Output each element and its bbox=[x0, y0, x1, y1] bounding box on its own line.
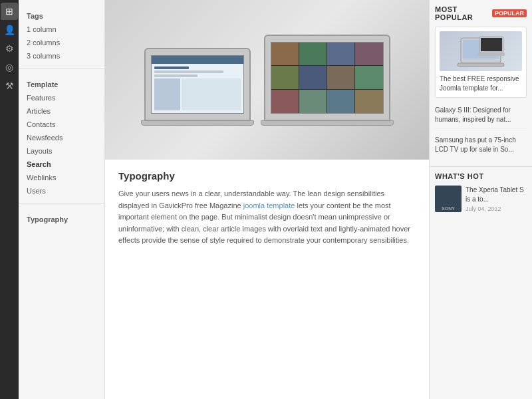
most-popular-header: MOST POPULAR POPULAR bbox=[435, 5, 527, 21]
nav-item-2columns[interactable]: 2 columns bbox=[19, 36, 104, 49]
right-sidebar: MOST POPULAR POPULAR The best FREE respo… bbox=[429, 0, 532, 399]
laptop-right-screen bbox=[271, 42, 384, 114]
popular-item-thumbnail bbox=[454, 35, 507, 68]
sony-brand-label: SONY bbox=[442, 206, 455, 211]
nav-item-3columns[interactable]: 3 columns bbox=[19, 49, 104, 63]
nav-item-contacts[interactable]: Contacts bbox=[19, 118, 104, 131]
nav-item-1column[interactable]: 1 column bbox=[19, 23, 104, 36]
whats-hot-item-date-1: July 04, 2012 bbox=[466, 205, 527, 212]
typography-section-header: Typography bbox=[19, 209, 104, 226]
left-icon-bar: ⊞ 👤 ⚙ ◎ ⚒ bbox=[0, 0, 19, 399]
most-popular-section: MOST POPULAR POPULAR The best FREE respo… bbox=[430, 0, 532, 166]
laptop-right bbox=[264, 35, 390, 121]
template-section-header: Template bbox=[19, 74, 104, 91]
popular-item-image bbox=[440, 31, 522, 71]
popular-item-top-title: The best FREE responsive Joomla template… bbox=[440, 74, 522, 93]
whats-hot-header: WHAT'S HOT bbox=[435, 172, 527, 180]
nav-item-search[interactable]: Search bbox=[19, 158, 104, 171]
laptop-left-screen bbox=[151, 55, 244, 114]
nav-item-users[interactable]: Users bbox=[19, 184, 104, 198]
whats-hot-title: WHAT'S HOT bbox=[435, 172, 483, 180]
laptop-left-group bbox=[141, 48, 254, 126]
whats-hot-item-title-1: The Xperia Tablet S is a to... bbox=[466, 186, 527, 204]
settings-icon[interactable]: ⚙ bbox=[1, 40, 18, 57]
svg-rect-2 bbox=[458, 63, 504, 66]
most-popular-title: MOST POPULAR bbox=[435, 5, 488, 21]
laptop-right-base bbox=[261, 120, 394, 126]
nav-sidebar: Tags 1 column 2 columns 3 columns Templa… bbox=[19, 0, 105, 399]
popular-list-item-2[interactable]: Samsung has put a 75-inch LCD TV up for … bbox=[435, 132, 527, 158]
svg-rect-5 bbox=[477, 53, 505, 56]
user-icon[interactable]: 👤 bbox=[1, 21, 18, 39]
hero-image bbox=[105, 0, 429, 160]
popular-badge: POPULAR bbox=[492, 9, 527, 17]
main-content: Typography Give your users news in a cle… bbox=[105, 0, 429, 399]
content-body: Typography Give your users news in a cle… bbox=[105, 160, 429, 257]
nav-item-layouts[interactable]: Layouts bbox=[19, 144, 104, 158]
popular-list-item-1[interactable]: Galaxy S III: Designed for humans, inspi… bbox=[435, 102, 527, 129]
whats-hot-content-1: The Xperia Tablet S is a to... July 04, … bbox=[466, 186, 527, 212]
popular-list-title-1: Galaxy S III: Designed for humans, inspi… bbox=[435, 106, 527, 124]
tags-section-header: Tags bbox=[19, 5, 104, 23]
nav-item-features[interactable]: Features bbox=[19, 91, 104, 104]
laptop-left bbox=[144, 48, 251, 121]
content-paragraph: Give your users news in a clear, underst… bbox=[118, 188, 416, 247]
popular-list-title-2: Samsung has put a 75-inch LCD TV up for … bbox=[435, 136, 527, 154]
svg-rect-4 bbox=[481, 38, 502, 51]
tools-icon[interactable]: ⚒ bbox=[1, 77, 18, 94]
nav-item-newsfeeds[interactable]: Newsfeeds bbox=[19, 131, 104, 144]
home-icon[interactable]: ⊞ bbox=[1, 3, 18, 20]
whats-hot-image-1: SONY bbox=[435, 186, 462, 212]
nav-item-articles[interactable]: Articles bbox=[19, 104, 104, 118]
globe-icon[interactable]: ◎ bbox=[1, 59, 18, 76]
whats-hot-item-1[interactable]: SONY The Xperia Tablet S is a to... July… bbox=[435, 186, 527, 212]
popular-item-top[interactable]: The best FREE responsive Joomla template… bbox=[435, 27, 527, 98]
laptop-right-group bbox=[261, 35, 394, 126]
joomla-template-link[interactable]: joomla template bbox=[243, 201, 295, 209]
typography-title: Typography bbox=[118, 170, 416, 182]
nav-item-weblinks[interactable]: Weblinks bbox=[19, 171, 104, 184]
laptop-left-base bbox=[141, 120, 254, 126]
whats-hot-section: WHAT'S HOT SONY The Xperia Tablet S is a… bbox=[430, 166, 532, 221]
